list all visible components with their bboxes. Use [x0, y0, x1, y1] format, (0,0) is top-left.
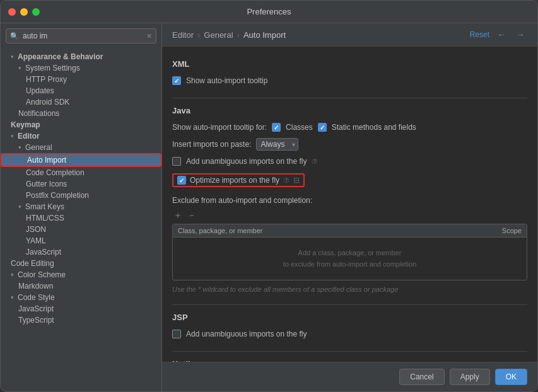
xml-java-divider	[172, 98, 527, 98]
header-actions: Reset ← →	[470, 28, 527, 41]
sidebar-item-keymap[interactable]: Keymap	[1, 119, 161, 130]
sidebar-item-label: System Settings	[25, 64, 80, 72]
sidebar-item-updates[interactable]: Updates	[1, 85, 161, 96]
sidebar-item-label: Auto Import	[27, 156, 66, 164]
arrow-icon: ▾	[11, 294, 14, 301]
arrow-icon: ▾	[11, 54, 14, 60]
sidebar-item-general[interactable]: ▾ General	[1, 142, 161, 153]
sidebar-item-smart-keys[interactable]: ▾ Smart Keys	[1, 201, 161, 212]
sidebar-item-label: Smart Keys	[25, 202, 64, 211]
settings-content: XML Show auto-import tooltip Java Show a…	[162, 47, 537, 362]
exclude-section: Exclude from auto-import and completion:…	[172, 196, 527, 293]
sidebar-item-json[interactable]: JSON	[1, 224, 161, 235]
sidebar-item-javascript[interactable]: JavaScript	[1, 246, 161, 258]
footer: Cancel Apply OK	[162, 362, 537, 391]
search-input[interactable]	[6, 28, 156, 43]
sidebar-item-label: Color Scheme	[18, 270, 66, 279]
static-methods-checkbox[interactable]	[318, 123, 327, 132]
insert-imports-dropdown[interactable]: Always Ask Never	[256, 138, 298, 151]
breadcrumb-editor: Editor	[172, 30, 194, 40]
static-methods-label: Static methods and fields	[332, 123, 416, 132]
sidebar-item-javascript2[interactable]: JavaScript	[1, 303, 161, 314]
reset-link[interactable]: Reset	[470, 30, 489, 39]
java-section: Java Show auto-import tooltip for: Class…	[172, 106, 527, 293]
sidebar-item-android-sdk[interactable]: Android SDK	[1, 96, 161, 108]
apply-button[interactable]: Apply	[450, 369, 490, 385]
empty-line2: to exclude from auto-import and completi…	[283, 259, 417, 270]
show-tooltip-for-row: Show auto-import tooltip for: Classes St…	[172, 122, 527, 133]
sidebar: 🔍 ✕ ▾ Appearance & Behavior ▾ System Set…	[1, 23, 162, 391]
show-tooltip-checkbox[interactable]	[172, 76, 181, 85]
sidebar-item-http-proxy[interactable]: HTTP Proxy	[1, 74, 161, 85]
optimize-imports-extra-icon: ⊟	[293, 176, 300, 185]
classes-checkbox[interactable]	[272, 123, 281, 132]
arrow-icon: ▾	[11, 133, 14, 139]
breadcrumb-current: Auto Import	[243, 30, 286, 40]
add-unambiguous-help-icon[interactable]: ⑦	[312, 158, 318, 166]
jsp-section: JSP Add unambiguous imports on the fly	[172, 313, 527, 340]
sidebar-item-label: Code Completion	[26, 168, 85, 177]
insert-imports-label: Insert imports on paste:	[172, 140, 251, 149]
show-tooltip-row: Show auto-import tooltip	[172, 75, 527, 86]
sidebar-item-label: Updates	[26, 86, 54, 95]
add-unambiguous-java-label: Add unambiguous imports on the fly	[186, 157, 307, 166]
exclude-table: Class, package, or member Scope Add a cl…	[172, 224, 527, 280]
sidebar-item-auto-import[interactable]: Auto Import	[1, 153, 161, 167]
sidebar-item-code-completion[interactable]: Code Completion	[1, 167, 161, 178]
forward-button[interactable]: →	[513, 28, 527, 41]
back-button[interactable]: ←	[494, 28, 508, 41]
optimize-imports-label: Optimize imports on the fly	[190, 176, 279, 185]
classes-label: Classes	[286, 123, 313, 132]
window-title: Preferences	[247, 7, 291, 16]
sidebar-item-system-settings[interactable]: ▾ System Settings	[1, 62, 161, 74]
sidebar-item-postfix-completion[interactable]: Postfix Completion	[1, 190, 161, 201]
insert-imports-dropdown-wrapper: Always Ask Never	[256, 138, 298, 151]
empty-line1: Add a class, package, or member	[298, 248, 402, 259]
add-unambiguous-java-checkbox[interactable]	[172, 157, 181, 166]
sidebar-item-code-style[interactable]: ▾ Code Style	[1, 292, 161, 303]
sidebar-item-color-scheme[interactable]: ▾ Color Scheme	[1, 269, 161, 280]
sidebar-item-label: Code Editing	[11, 259, 54, 268]
sidebar-item-typescript[interactable]: TypeScript	[1, 314, 161, 326]
show-tooltip-for-label: Show auto-import tooltip for:	[172, 123, 267, 132]
maximize-button[interactable]	[32, 8, 40, 16]
optimize-imports-checkbox[interactable]	[177, 176, 186, 185]
sidebar-item-appearance-behavior[interactable]: ▾ Appearance & Behavior	[1, 51, 161, 62]
java-section-header: Java	[172, 106, 527, 115]
add-unambiguous-jsp-row: Add unambiguous imports on the fly	[172, 328, 527, 340]
search-box: 🔍 ✕	[6, 28, 156, 43]
table-header: Class, package, or member Scope	[173, 224, 527, 238]
ok-button[interactable]: OK	[495, 369, 527, 385]
sidebar-item-notifications[interactable]: Notifications	[1, 108, 161, 119]
optimize-imports-highlighted: Optimize imports on the fly ⑦ ⊟	[172, 173, 305, 187]
optimize-imports-help-icon[interactable]: ⑦	[283, 176, 289, 185]
sidebar-item-label: General	[25, 143, 52, 152]
sidebar-item-label: Android SDK	[26, 98, 69, 107]
close-button[interactable]	[8, 8, 16, 16]
sidebar-item-yaml[interactable]: YAML	[1, 235, 161, 246]
sidebar-item-label: Code Style	[18, 293, 55, 302]
preferences-window: Preferences 🔍 ✕ ▾ Appearance & Behavior …	[0, 0, 538, 392]
cancel-button[interactable]: Cancel	[399, 369, 444, 385]
add-exclude-button[interactable]: ＋	[172, 210, 184, 221]
minimize-button[interactable]	[20, 8, 28, 16]
sidebar-item-code-editing[interactable]: Code Editing	[1, 258, 161, 269]
add-unambiguous-jsp-checkbox[interactable]	[172, 330, 181, 338]
sidebar-item-editor[interactable]: ▾ Editor	[1, 130, 161, 142]
xml-section: XML Show auto-import tooltip	[172, 59, 527, 86]
sidebar-item-markdown[interactable]: Markdown	[1, 280, 161, 292]
sidebar-item-label: Editor	[18, 132, 40, 141]
wildcard-hint: Use the * wildcard to exclude all member…	[172, 285, 527, 293]
main-content-area: 🔍 ✕ ▾ Appearance & Behavior ▾ System Set…	[1, 23, 537, 391]
sidebar-item-label: Appearance & Behavior	[18, 52, 103, 61]
search-clear-icon[interactable]: ✕	[146, 32, 152, 40]
sidebar-item-label: HTML/CSS	[26, 214, 64, 222]
sidebar-item-gutter-icons[interactable]: Gutter Icons	[1, 178, 161, 190]
add-unambiguous-jsp-label: Add unambiguous imports on the fly	[186, 330, 307, 338]
col-class-header: Class, package, or member	[178, 227, 471, 234]
main-header: Editor › General › Auto Import Reset ← →	[162, 23, 537, 47]
remove-exclude-button[interactable]: －	[186, 210, 197, 221]
sidebar-item-html-css[interactable]: HTML/CSS	[1, 212, 161, 224]
arrow-icon: ▾	[18, 204, 21, 210]
sidebar-item-label: Markdown	[18, 282, 53, 291]
